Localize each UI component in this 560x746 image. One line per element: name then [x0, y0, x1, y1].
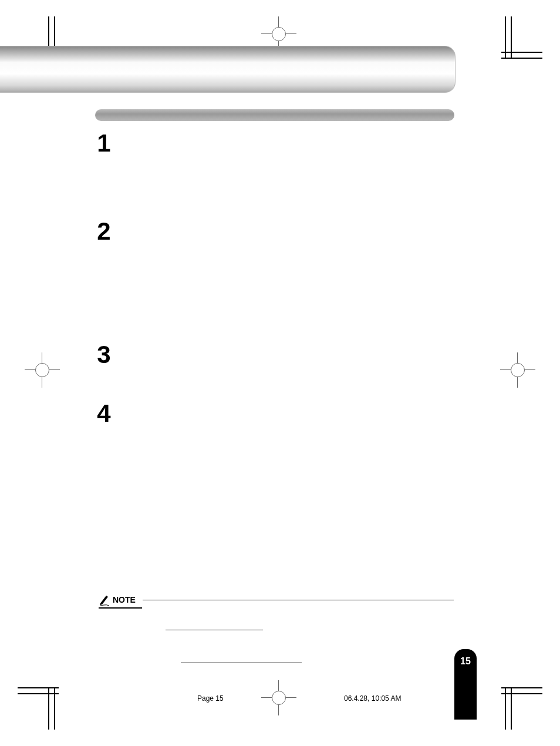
pencil-icon: [99, 593, 110, 606]
header-bar: [0, 46, 456, 93]
note-label: NOTE: [113, 595, 136, 604]
registration-mark-right: [500, 352, 535, 388]
crop-mark-tr: [495, 16, 542, 75]
note-ref-line-1: [166, 630, 263, 630]
crop-mark-br: [495, 671, 542, 730]
page-number-tab: 15: [454, 649, 477, 720]
registration-mark-left: [25, 352, 60, 388]
step-number-1: 1: [95, 129, 113, 157]
footer-page-number: Page 15: [197, 694, 224, 703]
step-number-4: 4: [95, 399, 113, 428]
step-number-2: 2: [95, 217, 113, 246]
crop-mark-bl: [18, 671, 65, 730]
registration-mark-bottom: [261, 680, 296, 715]
footer-date: 06.4.28, 10:05 AM: [344, 694, 401, 703]
note-ref-line-2: [181, 663, 302, 663]
note-block: NOTE: [99, 593, 454, 609]
step-number-3: 3: [95, 341, 113, 369]
sub-header-bar: [95, 109, 454, 121]
